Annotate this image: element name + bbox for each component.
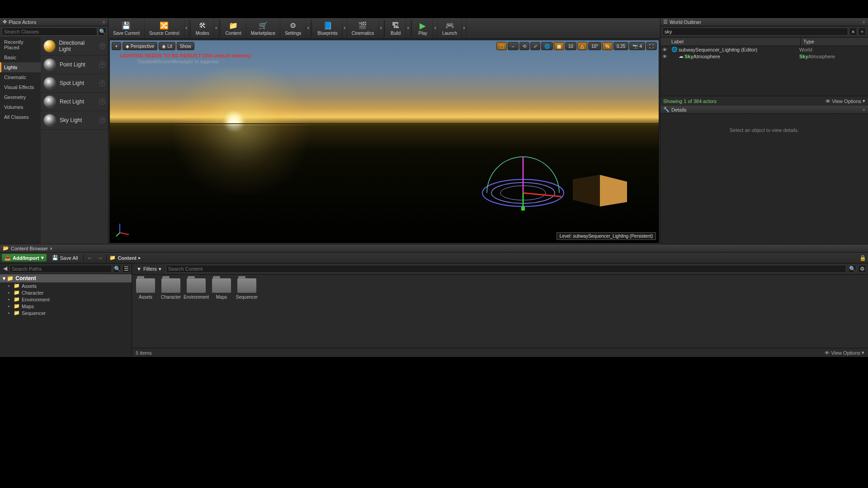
help-icon[interactable]: ? bbox=[99, 99, 105, 105]
category-visual-effects[interactable]: Visual Effects bbox=[0, 82, 41, 92]
place-actors-tab[interactable]: ✥ Place Actors × bbox=[0, 18, 108, 26]
category-cinematic[interactable]: Cinematic bbox=[0, 72, 41, 82]
actor-item-point-light[interactable]: Point Light? bbox=[41, 56, 108, 74]
help-icon[interactable]: ? bbox=[99, 80, 105, 86]
settings-dropdown[interactable]: ▼ bbox=[306, 18, 311, 38]
folder-environment[interactable]: Environment bbox=[186, 278, 206, 344]
view-options-button[interactable]: 👁 View Options ▾ bbox=[825, 350, 864, 356]
details-tab[interactable]: 🔧 Details × bbox=[660, 106, 868, 114]
tree-options-button[interactable]: ☰ bbox=[122, 265, 130, 273]
build-button[interactable]: 🏗Build bbox=[386, 18, 406, 38]
close-icon[interactable]: × bbox=[103, 19, 105, 25]
modes-dropdown[interactable]: ▼ bbox=[214, 18, 219, 38]
visibility-icon[interactable]: 👁 bbox=[661, 47, 668, 52]
folder-assets[interactable]: Assets bbox=[136, 278, 156, 344]
coord-space-button[interactable]: 🌐 bbox=[541, 42, 553, 50]
help-icon[interactable]: ? bbox=[99, 43, 105, 49]
help-icon[interactable]: ? bbox=[99, 61, 105, 68]
folder-character[interactable]: Character bbox=[161, 278, 181, 344]
search-classes-input[interactable] bbox=[2, 28, 97, 36]
rotation-gizmo[interactable] bbox=[478, 148, 568, 216]
column-label[interactable]: Label bbox=[669, 38, 800, 46]
settings-button[interactable]: ⚙Settings bbox=[280, 18, 306, 38]
close-icon[interactable]: × bbox=[50, 246, 52, 251]
save-all-button[interactable]: 💾 Save All bbox=[49, 254, 81, 262]
content-button[interactable]: 📁Content bbox=[221, 18, 246, 38]
modes-button[interactable]: 🛠Modes bbox=[191, 18, 214, 38]
search-paths-input[interactable] bbox=[9, 265, 112, 273]
nav-back-button[interactable]: ← bbox=[86, 254, 94, 262]
select-mode-button[interactable]: ⬚ bbox=[496, 42, 507, 50]
search-icon[interactable]: 🔍 bbox=[848, 265, 856, 273]
cinematics-button[interactable]: 🎬Cinematics bbox=[347, 18, 379, 38]
close-icon[interactable]: × bbox=[863, 107, 865, 113]
outliner-row[interactable]: 👁🌐 subwaySequencer_Lighitng (Editor)Worl… bbox=[660, 46, 868, 53]
source-control-dropdown[interactable]: ▼ bbox=[184, 18, 189, 38]
grid-snap-value[interactable]: 10 bbox=[565, 42, 576, 50]
translate-mode-button[interactable]: ↔ bbox=[508, 42, 519, 50]
perspective-button[interactable]: ◆ Perspective bbox=[123, 42, 157, 50]
outliner-row[interactable]: 👁☁ SkyAtmosphereSkyAtmosphere bbox=[660, 53, 868, 60]
surface-snap-button[interactable]: ▦ bbox=[554, 42, 564, 50]
blueprints-button[interactable]: 📘Blueprints bbox=[313, 18, 342, 38]
search-icon[interactable]: 🔍 bbox=[98, 28, 106, 36]
help-icon[interactable]: ? bbox=[99, 117, 105, 123]
category-lights[interactable]: Lights bbox=[0, 62, 41, 72]
folder-sequencer[interactable]: Sequencer bbox=[237, 278, 257, 344]
tree-root-content[interactable]: ▾ 📁 Content bbox=[0, 274, 132, 282]
category-geometry[interactable]: Geometry bbox=[0, 92, 41, 102]
lit-button[interactable]: ◉ Lit bbox=[159, 42, 175, 50]
actor-item-directional-light[interactable]: Directional Light? bbox=[41, 37, 108, 56]
source-control-button[interactable]: 🔀Source Control bbox=[145, 18, 184, 38]
camera-speed-button[interactable]: 📷 4 bbox=[629, 42, 645, 50]
category-recently-placed[interactable]: Recently Placed bbox=[0, 37, 41, 52]
tree-item-assets[interactable]: ▸📁 Assets bbox=[0, 282, 132, 289]
search-content-input[interactable] bbox=[166, 265, 846, 273]
marketplace-button[interactable]: 🛒Marketplace bbox=[246, 18, 280, 38]
category-volumes[interactable]: Volumes bbox=[0, 102, 41, 112]
add-import-button[interactable]: 📥 Add/Import ▾ bbox=[2, 254, 47, 262]
lock-button[interactable]: 🔒 bbox=[859, 254, 866, 262]
viewport[interactable]: LIGHTING NEEDS TO BE REBUILT (354 unbuil… bbox=[109, 40, 659, 243]
cinematics-dropdown[interactable]: ▼ bbox=[379, 18, 383, 38]
world-outliner-tab[interactable]: ☰ World Outliner × bbox=[660, 18, 868, 26]
actor-item-sky-light[interactable]: Sky Light? bbox=[41, 111, 108, 130]
angle-snap-value[interactable]: 10° bbox=[588, 42, 601, 50]
scale-snap-button[interactable]: % bbox=[602, 42, 613, 50]
search-icon[interactable]: 🔍 bbox=[113, 265, 121, 273]
angle-snap-button[interactable]: △ bbox=[577, 42, 587, 50]
actor-item-rect-light[interactable]: Rect Light? bbox=[41, 93, 108, 111]
play-dropdown[interactable]: ▼ bbox=[433, 18, 438, 38]
scale-mode-button[interactable]: ⤢ bbox=[530, 42, 540, 50]
clear-search-button[interactable]: ✕ bbox=[849, 28, 857, 36]
content-browser-tab[interactable]: 📂 Content Browser × bbox=[0, 244, 868, 253]
build-dropdown[interactable]: ▼ bbox=[406, 18, 410, 38]
tree-toggle-button[interactable]: ◀ bbox=[1, 265, 9, 272]
breadcrumb[interactable]: 📁 Content ▸ bbox=[109, 255, 141, 261]
close-icon[interactable]: × bbox=[863, 19, 865, 25]
category-basic[interactable]: Basic bbox=[0, 52, 41, 62]
visibility-icon[interactable]: 👁 bbox=[661, 54, 668, 59]
category-all-classes[interactable]: All Classes bbox=[0, 112, 41, 122]
add-actor-button[interactable]: ＋ bbox=[858, 28, 866, 36]
nav-forward-button[interactable]: → bbox=[96, 254, 104, 262]
world-outliner-search[interactable] bbox=[662, 28, 848, 36]
folder-maps[interactable]: Maps bbox=[212, 278, 231, 344]
tree-item-sequencer[interactable]: ▸📁 Sequencer bbox=[0, 310, 132, 316]
actor-item-spot-light[interactable]: Spot Light? bbox=[41, 74, 108, 93]
show-button[interactable]: Show bbox=[177, 42, 194, 50]
tree-item-environment[interactable]: ▸📁 Environment bbox=[0, 296, 132, 303]
maximize-viewport-button[interactable]: ⛶ bbox=[646, 42, 657, 50]
tree-item-character[interactable]: ▸📁 Character bbox=[0, 289, 132, 296]
tree-item-maps[interactable]: ▸📁 Maps bbox=[0, 303, 132, 310]
filters-button[interactable]: ▼ Filters ▾ bbox=[134, 265, 164, 273]
scale-snap-value[interactable]: 0.25 bbox=[613, 42, 628, 50]
rotate-mode-button[interactable]: ⟲ bbox=[519, 42, 529, 50]
save-current-button[interactable]: 💾Save Current bbox=[108, 18, 145, 38]
view-options-button[interactable]: 👁 View Options ▾ bbox=[826, 98, 865, 104]
settings-icon[interactable]: ⚙ bbox=[858, 265, 866, 273]
column-type[interactable]: Type bbox=[800, 38, 868, 46]
launch-dropdown[interactable]: ▼ bbox=[462, 18, 467, 38]
launch-button[interactable]: 🎮Launch bbox=[438, 18, 462, 38]
play-button[interactable]: ▶Play bbox=[413, 18, 433, 38]
